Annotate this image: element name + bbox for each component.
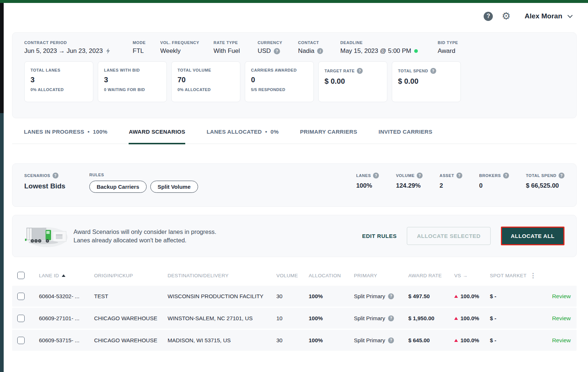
review-link[interactable]: Review [552,337,571,343]
tab-award-scenarios[interactable]: AWARD SCENARIOS [129,129,185,144]
table-row[interactable]: 60609-53715- ... CHICAGO WAREHOUSE MADIS… [12,330,577,351]
lane-id-cell: 60609-27101- ... [39,315,94,321]
help-icon[interactable]: ? [559,173,564,178]
truck-illustration [24,224,68,248]
field-bid-type: BID TYPE Award [438,40,458,55]
info-icon[interactable]: i [317,48,323,54]
lanes-table: LANE ID ORIGIN/PICKUP DESTINATION/DELIVE… [12,265,577,352]
column-header-primary[interactable]: PRIMARY [354,273,408,278]
scenario-stat-lanes: LANES ? 100% [356,173,379,189]
destination-cell: MADISON, WI 53715, US [168,337,276,343]
help-icon[interactable]: ? [53,173,58,178]
column-header-award-rate[interactable]: AWARD RATE [408,273,454,278]
help-icon[interactable]: ? [388,315,394,321]
vs-cell: 100.0% [454,293,490,299]
contract-fields-row: CONTRACT PERIOD Jun 5, 2023 → Jun 23, 20… [12,33,576,55]
scenario-value[interactable]: Lowest Bids [24,182,65,190]
column-header-volume[interactable]: VOLUME [276,273,309,278]
spot-market-cell: $ - [490,315,534,321]
chevron-down-icon [567,13,573,18]
review-cell: Review [534,337,577,344]
help-icon[interactable]: ? [388,293,394,299]
table-row[interactable]: 60609-27101- ... CHICAGO WAREHOUSE WINST… [12,308,577,329]
volume-cell: 30 [276,293,309,299]
stat-card-total-volume: TOTAL VOLUME 70 0% ALLOCATED [171,61,240,102]
help-icon[interactable]: ? [388,337,394,343]
tab-invited-carriers[interactable]: INVITED CARRIERS [379,129,432,144]
green-status-dot-icon [414,49,418,53]
help-icon[interactable]: ? [373,173,379,178]
edit-rules-button[interactable]: EDIT RULES [362,233,397,239]
help-icon[interactable]: ? [417,173,423,178]
field-rate-type: RATE TYPE With Fuel [214,40,258,55]
volume-cell: 30 [276,337,309,343]
volume-cell: 10 [276,315,309,321]
stat-card-total-spend: TOTAL SPEND ? $ 0.00 [392,61,461,102]
stat-card-target-rate: TARGET RATE ? $ 0.00 [318,61,387,102]
kebab-menu-icon[interactable]: ⋮ [530,272,536,279]
increase-triangle-icon [454,339,458,342]
row-checkbox[interactable] [17,293,25,300]
gear-icon[interactable]: ⚙ [502,11,510,21]
help-icon[interactable]: ? [456,173,462,178]
contract-summary-panel: CONTRACT PERIOD Jun 5, 2023 → Jun 23, 20… [12,32,577,118]
destination-cell: WISCONSIN PRODUCTION FACILITY [168,293,276,299]
help-icon[interactable]: ? [430,68,436,74]
column-header-origin[interactable]: ORIGIN/PICKUP [94,273,168,278]
column-header-vs[interactable]: VS → [454,273,490,278]
review-link[interactable]: Review [552,293,571,299]
select-all-checkbox[interactable] [17,272,25,279]
help-icon[interactable]: ? [484,12,493,21]
field-contract-period: CONTRACT PERIOD Jun 5, 2023 → Jun 23, 20… [24,40,133,55]
spot-market-cell: $ - [490,293,534,299]
vs-cell: 100.0% [454,337,490,343]
tab-lanes-in-progress[interactable]: LANES IN PROGRESS • 100% [24,129,107,144]
column-header-destination[interactable]: DESTINATION/DELIVERY [168,273,276,278]
scenario-stats: LANES ? 100% VOLUME ? 124.29% ASSET ? 2 … [356,173,564,189]
field-mode: MODE FTL [133,40,160,55]
rule-chip-backup-carriers[interactable]: Backup Carriers [89,181,147,193]
field-vol-frequency: VOL. FREQUENCY Weekly [160,40,214,55]
allocate-selected-button[interactable]: ALLOCATE SELECTED [407,227,490,245]
table-header-row: LANE ID ORIGIN/PICKUP DESTINATION/DELIVE… [12,265,577,286]
scenario-stat-total-spend: TOTAL SPEND ? $ 66,525.00 [526,173,564,189]
increase-triangle-icon [454,317,458,320]
lane-id-cell: 60609-53715- ... [39,337,94,343]
field-deadline: DEADLINE May 15, 2023 @ 5:00 PM [340,40,438,55]
review-cell: Review [534,293,577,300]
field-contact: CONTACT Nadia i [298,40,340,55]
column-header-lane-id[interactable]: LANE ID [39,273,94,278]
scenario-stat-brokers: BROKERS ? 0 [479,173,509,189]
column-header-spot-market[interactable]: SPOT MARKET ⋮ [490,272,534,279]
row-checkbox[interactable] [17,315,25,322]
tab-primary-carriers[interactable]: PRIMARY CARRIERS [300,129,357,144]
help-icon[interactable]: ? [503,173,509,178]
row-checkbox[interactable] [17,337,25,344]
tab-lanes-allocated[interactable]: LANES ALLOCATED • 0% [207,129,279,144]
help-icon[interactable]: ? [274,48,280,54]
table-row[interactable]: 60604-53202- ... TEST WISCONSIN PRODUCTI… [12,286,577,307]
flash-icon [106,48,111,54]
primary-cell: Split Primary ? [354,293,408,299]
tab-bar: LANES IN PROGRESS • 100% AWARD SCENARIOS… [12,129,577,144]
scenario-stat-asset: ASSET ? 2 [440,173,462,189]
scenario-stat-volume: VOLUME ? 124.29% [396,173,423,189]
rule-chip-split-volume[interactable]: Split Volume [150,181,198,193]
scenarios-selector: SCENARIOS ? Lowest Bids [24,173,65,190]
increase-triangle-icon [454,295,458,298]
lane-id-cell: 60604-53202- ... [39,293,94,299]
user-name: Alex Moran [525,12,562,20]
sort-asc-icon [62,274,65,277]
award-rate-cell: $ 497.50 [408,293,454,299]
allocate-all-button[interactable]: ALLOCATE ALL [501,227,564,245]
primary-cell: Split Primary ? [354,315,408,321]
help-icon[interactable]: ? [357,68,363,74]
scenario-summary-panel: SCENARIOS ? Lowest Bids RULES Backup Car… [12,163,577,207]
user-menu[interactable]: Alex Moran [525,12,571,20]
scenario-note: Award Scenarios will only consider lanes… [74,228,216,245]
review-link[interactable]: Review [552,315,571,321]
stat-card-total-lanes: TOTAL LANES 3 0% ALLOCATED [24,61,93,102]
origin-cell: CHICAGO WAREHOUSE [94,315,168,321]
award-rate-cell: $ 1,950.00 [408,315,454,321]
column-header-allocation[interactable]: ALLOCATION [309,273,354,278]
